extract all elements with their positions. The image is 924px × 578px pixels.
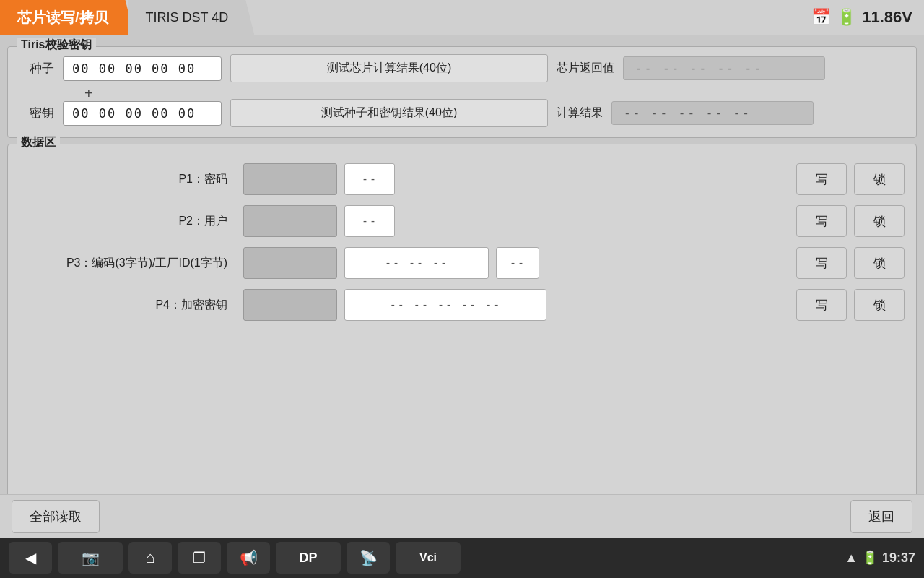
p1-lock-btn[interactable]: 锁 (854, 163, 905, 195)
key-row: 密钥 测试种子和密钥结果(40位) 计算结果 -- -- -- -- -- (19, 99, 905, 127)
wifi-cast-icon: 📡 (359, 549, 378, 566)
camera-btn[interactable]: 📷 (58, 542, 123, 574)
table-row: P4：加密密钥 -- -- -- -- -- 写 锁 (19, 289, 905, 321)
back-btn[interactable]: 返回 (850, 500, 912, 533)
main-content: Tiris校验密钥 种子 测试芯片计算结果(40位) 芯片返回值 -- -- -… (0, 35, 924, 504)
top-bar: 芯片读写/拷贝 TIRIS DST 4D 📅 🔋 11.86V (0, 0, 924, 35)
test-chip-btn[interactable]: 测试芯片计算结果(40位) (230, 54, 548, 82)
seed-row: 种子 测试芯片计算结果(40位) 芯片返回值 -- -- -- -- -- (19, 54, 905, 82)
tiris-title: Tiris校验密钥 (17, 38, 96, 53)
home-icon: ⌂ (145, 548, 154, 567)
data-title: 数据区 (17, 135, 60, 150)
dp-icon: DP (299, 551, 317, 566)
p3-lock-btn[interactable]: 锁 (854, 247, 905, 279)
p4-value: -- -- -- -- -- (344, 289, 546, 321)
battery-sys-icon: 🔋 (862, 550, 878, 566)
chip-return-label: 芯片返回值 (557, 61, 614, 76)
media-btn[interactable]: 📢 (227, 542, 270, 574)
p1-value: -- (344, 163, 395, 195)
vci-icon: Vci (419, 551, 437, 564)
p4-write-btn[interactable]: 写 (796, 289, 847, 321)
read-all-btn[interactable]: 全部读取 (12, 500, 100, 533)
p2-write-btn[interactable]: 写 (796, 205, 847, 237)
dp-btn[interactable]: DP (276, 542, 341, 574)
copy-icon: ❐ (193, 549, 206, 566)
system-bar: ◀ 📷 ⌂ ❐ 📢 DP 📡 Vci ▲ 🔋 19:37 (0, 538, 924, 578)
table-row: P2：用户 -- 写 锁 (19, 205, 905, 237)
p3-write-btn[interactable]: 写 (796, 247, 847, 279)
device-icon: 📅 (811, 8, 831, 27)
p3-input-gray (243, 247, 337, 279)
tab-chip-rw[interactable]: 芯片读写/拷贝 (0, 0, 134, 35)
p2-lock-btn[interactable]: 锁 (854, 205, 905, 237)
test-seed-btn[interactable]: 测试种子和密钥结果(40位) (230, 99, 548, 127)
data-rows: P1：密码 -- 写 锁 P2：用户 -- 写 锁 P3：编码(3字节)/工厂I… (19, 152, 905, 321)
table-row: P3：编码(3字节)/工厂ID(1字节) -- -- -- -- 写 锁 (19, 247, 905, 279)
voltage-display: 11.86V (862, 8, 912, 27)
back-arrow-icon: ◀ (25, 549, 36, 566)
p4-label: P4：加密密钥 (19, 298, 236, 313)
vci-btn[interactable]: Vci (396, 542, 461, 574)
chip-return-value: -- -- -- -- -- (623, 56, 825, 80)
seed-label: 种子 (19, 60, 54, 77)
p1-input-gray (243, 163, 337, 195)
p1-label: P1：密码 (19, 172, 236, 187)
key-label: 密钥 (19, 105, 54, 121)
home-btn[interactable]: ⌂ (128, 542, 172, 574)
sys-bar-right: ▲ 🔋 19:37 (845, 550, 915, 566)
bottom-toolbar: 全部读取 返回 (0, 494, 924, 538)
wifi-icon: ▲ (845, 551, 858, 566)
tab-tiris[interactable]: TIRIS DST 4D (128, 0, 255, 35)
p4-lock-btn[interactable]: 锁 (854, 289, 905, 321)
p2-input-gray (243, 205, 337, 237)
tab-chip-rw-label: 芯片读写/拷贝 (17, 8, 108, 27)
table-row: P1：密码 -- 写 锁 (19, 163, 905, 195)
calc-result-value: -- -- -- -- -- (611, 101, 814, 125)
key-input[interactable] (63, 101, 222, 126)
p3-label: P3：编码(3字节)/工厂ID(1字节) (19, 256, 236, 271)
tab-tiris-label: TIRIS DST 4D (146, 10, 229, 25)
time-display: 19:37 (882, 551, 915, 566)
seed-input[interactable] (63, 56, 222, 81)
top-bar-right: 📅 🔋 11.86V (811, 0, 924, 35)
p1-write-btn[interactable]: 写 (796, 163, 847, 195)
wifi-cast-btn[interactable]: 📡 (346, 542, 390, 574)
back-arrow-btn[interactable]: ◀ (9, 542, 52, 574)
p3-value1: -- -- -- (344, 247, 489, 279)
calc-result-label: 计算结果 (557, 105, 603, 121)
battery-icon: 🔋 (837, 8, 856, 27)
p2-label: P2：用户 (19, 214, 236, 229)
p3-value2: -- (496, 247, 539, 279)
p4-input-gray (243, 289, 337, 321)
data-section: 数据区 P1：密码 -- 写 锁 P2：用户 -- 写 锁 (7, 144, 917, 499)
p2-value: -- (344, 205, 395, 237)
copy-btn[interactable]: ❐ (178, 542, 221, 574)
media-icon: 📢 (240, 549, 258, 566)
tiris-section: Tiris校验密钥 种子 测试芯片计算结果(40位) 芯片返回值 -- -- -… (7, 46, 917, 138)
camera-icon: 📷 (82, 549, 100, 566)
